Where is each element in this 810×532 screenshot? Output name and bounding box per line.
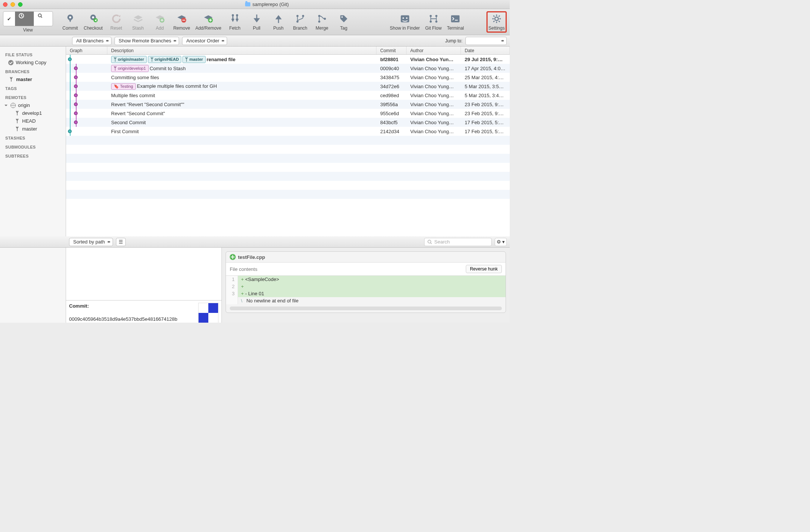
commit-list-body: ᛘ origin/masterᛘ origin/HEADᛘ masterrena… <box>66 55 510 236</box>
horizontal-scrollbar[interactable] <box>230 307 502 310</box>
commit-row[interactable]: ᛘ origin/masterᛘ origin/HEADᛘ masterrena… <box>66 55 510 64</box>
stash-button[interactable]: Stash <box>130 13 146 31</box>
list-mode-button[interactable]: ☰ <box>116 238 126 246</box>
settings-highlight: Settings <box>486 11 507 33</box>
jump-combo[interactable] <box>465 37 507 45</box>
globe-icon <box>11 103 16 108</box>
fetch-button[interactable]: Fetch <box>227 13 243 31</box>
branch-filter-combo[interactable]: All Branches <box>72 37 111 45</box>
svg-point-24 <box>429 21 432 23</box>
sidebar-remote-master[interactable]: ᛘmaster <box>2 125 64 133</box>
toolbar: ✔ View Commit Checkout Reset Stash Add R… <box>0 9 510 35</box>
add-button[interactable]: Add <box>152 13 168 31</box>
reverse-hunk-button[interactable]: Reverse hunk <box>466 265 502 273</box>
sidebar-working-copy[interactable]: Working Copy <box>2 59 64 66</box>
col-date[interactable]: Date <box>461 47 510 54</box>
ref-badge[interactable]: ᛘ origin/HEAD <box>148 56 182 63</box>
commit-row[interactable]: 🔖 TestingExample multiple files commit f… <box>66 82 510 91</box>
detail-options-button[interactable]: ⚙ ▾ <box>495 238 507 246</box>
remote-filter-combo[interactable]: Show Remote Branches <box>114 37 179 45</box>
diff-file-header[interactable]: testFile.cpp <box>226 252 506 262</box>
pull-button[interactable]: Pull <box>248 13 265 31</box>
show-in-finder-button[interactable]: Show in Finder <box>390 13 420 31</box>
sidebar-submodules-header: SUBMODULES <box>2 142 64 151</box>
col-author[interactable]: Author <box>407 47 461 54</box>
sidebar: FILE STATUS Working Copy BRANCHES ᛘmaste… <box>0 47 66 236</box>
window-title: samplerepo (Git) <box>27 2 507 7</box>
window-controls <box>3 2 23 7</box>
filter-bar: All Branches Show Remote Branches Ancest… <box>0 35 510 47</box>
order-combo[interactable]: Ancestor Order <box>182 37 227 45</box>
commit-row[interactable]: Revert "Revert "Second Commit""39f556aVi… <box>66 100 510 109</box>
search-icon <box>428 240 432 244</box>
commit-row[interactable]: Multiple files commitced98edVivian Choo … <box>66 91 510 100</box>
commit-row[interactable]: ᛘ origin/develop1Commit to Stash0009c40V… <box>66 64 510 73</box>
merge-button[interactable]: Merge <box>314 13 330 31</box>
push-button[interactable]: Push <box>270 13 287 31</box>
sidebar-remote-head[interactable]: ᛘHEAD <box>2 117 64 125</box>
close-window-button[interactable] <box>3 2 8 7</box>
settings-button[interactable]: Settings <box>488 13 505 31</box>
branch-button[interactable]: Branch <box>292 13 309 31</box>
branch-icon: ᛘ <box>14 110 20 116</box>
sidebar-branch-master[interactable]: ᛘmaster <box>2 75 64 83</box>
terminal-button[interactable]: Terminal <box>447 13 464 31</box>
svg-point-18 <box>341 16 343 18</box>
svg-point-27 <box>495 17 498 20</box>
diff-panel: testFile.cpp File contents Reverse hunk … <box>222 248 510 323</box>
commit-label: Commit: <box>69 303 89 309</box>
view-log[interactable] <box>15 12 34 26</box>
tag-button[interactable]: Tag <box>336 13 352 31</box>
commit-sha: 0009c405964b3518d9a4e537bbd5e4816674128b <box>69 316 177 322</box>
branch-icon: ᛘ <box>14 126 20 132</box>
reset-button[interactable]: Reset <box>108 13 125 31</box>
checkout-button[interactable]: Checkout <box>84 13 103 31</box>
col-description[interactable]: Description <box>107 47 376 54</box>
addremove-button[interactable]: Add/Remove <box>195 13 221 31</box>
gitflow-button[interactable]: Git Flow <box>425 13 442 31</box>
sidebar-remote-origin[interactable]: origin <box>2 101 64 109</box>
commit-row[interactable]: Second Commit843bcf5Vivian Choo Yung…17 … <box>66 118 510 127</box>
sidebar-subtrees-header: SUBTREES <box>2 151 64 160</box>
commit-row[interactable]: Revert "Second Commit"955ce6dVivian Choo… <box>66 109 510 118</box>
view-commit-check[interactable]: ✔ <box>3 12 15 26</box>
checkmark-circle-icon <box>8 60 14 65</box>
ref-badge[interactable]: ᛘ origin/master <box>111 56 147 63</box>
author-avatar <box>198 303 218 323</box>
diff-lines: 1+ <SampleCode>2+ 3+ - Line 01\ No newli… <box>226 276 506 304</box>
sort-combo[interactable]: Sorted by path <box>69 238 113 246</box>
view-search[interactable] <box>34 12 53 26</box>
commit-button[interactable]: Commit <box>62 13 78 31</box>
commit-row[interactable]: Committing some files3438475Vivian Choo … <box>66 73 510 82</box>
jump-label: Jump to: <box>445 38 462 44</box>
detail-search[interactable]: Search <box>424 238 492 246</box>
svg-point-3 <box>69 16 71 18</box>
added-file-icon <box>230 254 236 260</box>
svg-point-23 <box>435 15 437 17</box>
sidebar-tags-header: TAGS <box>2 83 64 92</box>
ref-badge[interactable]: 🔖 Testing <box>111 83 136 90</box>
sidebar-remote-develop1[interactable]: ᛘdevelop1 <box>2 109 64 117</box>
svg-point-11 <box>236 14 238 17</box>
svg-point-21 <box>406 17 407 19</box>
col-graph[interactable]: Graph <box>66 47 107 54</box>
commit-info-panel: Commit: 0009c405964b3518d9a4e537bbd5e481… <box>66 300 221 323</box>
disclosure-triangle-icon[interactable] <box>5 105 8 108</box>
col-commit[interactable]: Commit <box>376 47 407 54</box>
ref-badge[interactable]: ᛘ origin/develop1 <box>111 65 149 72</box>
file-list-area[interactable] <box>66 248 221 300</box>
svg-point-10 <box>232 14 234 17</box>
remove-button[interactable]: Remove <box>173 13 190 31</box>
svg-point-20 <box>402 17 404 19</box>
svg-point-16 <box>318 21 320 23</box>
ref-badge[interactable]: ᛘ master <box>182 56 205 63</box>
minimize-window-button[interactable] <box>11 2 15 7</box>
commit-detail-left: Commit: 0009c405964b3518d9a4e537bbd5e481… <box>66 248 222 323</box>
svg-rect-26 <box>451 15 460 23</box>
zoom-window-button[interactable] <box>18 2 23 7</box>
branch-icon: ᛘ <box>8 77 14 82</box>
file-contents-label: File contents <box>230 266 257 272</box>
commit-row[interactable]: First Commit2142d34Vivian Choo Yung…17 F… <box>66 127 510 136</box>
branch-icon: ᛘ <box>14 118 20 124</box>
commit-list: Graph Description Commit Author Date ᛘ o… <box>66 47 510 236</box>
